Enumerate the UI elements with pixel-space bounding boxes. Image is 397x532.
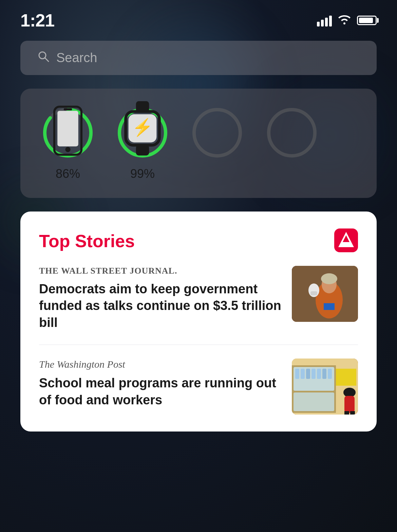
watch-percentage: 99%	[130, 167, 155, 181]
svg-rect-23	[310, 291, 317, 295]
article-1-image	[292, 266, 358, 322]
svg-rect-13	[136, 145, 149, 155]
empty-ring-4	[265, 106, 319, 160]
svg-line-1	[45, 58, 49, 61]
device-empty-3	[190, 106, 244, 160]
empty-ring-3	[190, 106, 244, 160]
svg-rect-31	[306, 369, 310, 379]
svg-rect-24	[324, 303, 335, 310]
phone-icon	[41, 104, 95, 162]
svg-rect-39	[344, 411, 349, 415]
news-article-1[interactable]: THE WALL STREET JOURNAL. Democrats aim t…	[39, 266, 358, 345]
phone-percentage: 86%	[56, 167, 80, 181]
search-placeholder: Search	[56, 51, 97, 65]
svg-point-6	[65, 147, 70, 152]
svg-rect-36	[336, 369, 356, 386]
signal-icon	[317, 14, 332, 26]
news-header: Top Stories	[39, 228, 358, 254]
battery-icon	[357, 16, 377, 25]
article-1-headline: Democrats aim to keep government funded …	[39, 281, 282, 331]
phone-ring	[41, 106, 95, 160]
article-1-source: THE WALL STREET JOURNAL.	[39, 266, 282, 276]
search-bar[interactable]: Search	[20, 41, 377, 75]
news-widget-title: Top Stories	[39, 231, 135, 251]
svg-rect-7	[64, 108, 72, 110]
status-time: 1:21	[20, 10, 54, 31]
device-watch: ⚡ 99%	[115, 106, 170, 181]
apple-news-icon	[334, 228, 358, 254]
article-1-content: THE WALL STREET JOURNAL. Democrats aim t…	[39, 266, 282, 331]
article-2-image	[292, 359, 358, 415]
svg-rect-30	[301, 369, 305, 379]
battery-devices: 86%	[41, 106, 356, 181]
watch-icon: ⚡	[115, 101, 170, 155]
svg-rect-28	[294, 392, 334, 411]
svg-point-15	[194, 110, 240, 156]
svg-text:⚡: ⚡	[132, 117, 153, 137]
device-empty-4	[265, 106, 319, 160]
search-icon	[37, 50, 50, 66]
svg-rect-32	[311, 369, 316, 379]
news-widget: Top Stories THE WALL STREET JOURNAL. Dem…	[20, 212, 377, 432]
wifi-icon	[338, 14, 351, 27]
article-2-content: The Washington Post School meal programs…	[39, 359, 282, 408]
watch-ring: ⚡	[115, 106, 170, 160]
svg-rect-5	[57, 111, 78, 147]
svg-rect-34	[322, 369, 326, 379]
svg-rect-29	[295, 369, 299, 379]
svg-rect-38	[344, 396, 355, 413]
cafeteria-image	[292, 359, 358, 415]
svg-point-21	[321, 273, 337, 284]
status-bar: 1:21	[0, 0, 397, 34]
svg-rect-40	[350, 411, 355, 415]
article-2-headline: School meal programs are running out of …	[39, 375, 282, 408]
svg-point-37	[343, 388, 356, 397]
status-icons	[317, 14, 377, 27]
article-2-source: The Washington Post	[39, 359, 282, 370]
battery-widget: 86%	[20, 89, 377, 198]
svg-point-16	[269, 110, 315, 156]
pelosi-image	[292, 266, 358, 322]
svg-rect-35	[328, 369, 332, 379]
svg-rect-33	[317, 369, 321, 379]
news-article-2[interactable]: The Washington Post School meal programs…	[39, 345, 358, 415]
page-content: Search	[0, 34, 397, 438]
device-phone: 86%	[41, 106, 95, 181]
